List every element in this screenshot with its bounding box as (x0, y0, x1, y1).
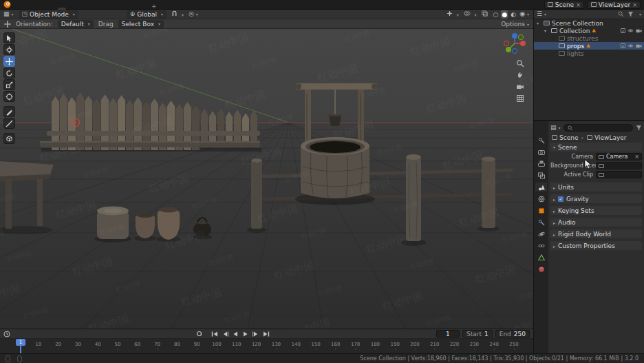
next-keyframe-button[interactable] (251, 330, 260, 338)
outliner-item-label[interactable]: Collection (559, 28, 590, 34)
outliner-options-icon[interactable] (637, 11, 641, 17)
outliner-item-label[interactable]: Scene Collection (552, 20, 603, 27)
solid-shading-icon[interactable]: ● (501, 10, 508, 19)
snap-magnet-icon[interactable] (171, 10, 184, 18)
properties-section-header[interactable]: Units (550, 183, 642, 191)
frame-end-field[interactable]: End 250 (495, 330, 530, 338)
material-shading-icon[interactable]: ◐ (510, 10, 517, 19)
properties-section-header[interactable]: Audio (550, 218, 642, 227)
current-frame-field[interactable]: 1 (436, 330, 460, 338)
editor-type-icon[interactable]: ▦ (3, 11, 14, 17)
overlays-toggle-icon[interactable] (464, 10, 477, 18)
properties-section-header[interactable]: Gravity (550, 194, 642, 203)
outliner-item-label[interactable]: lights (567, 50, 584, 57)
toggle-projection-icon[interactable] (516, 94, 524, 103)
rendered-shading-icon[interactable]: ◉ (519, 10, 530, 19)
properties-section-header[interactable]: Rigid Body World (550, 229, 642, 238)
breadcrumb-item[interactable]: Scene (552, 134, 578, 141)
outliner-item-label[interactable]: props (567, 43, 584, 50)
outliner-row[interactable]: structures (534, 34, 644, 42)
add-cube-tool[interactable] (3, 133, 15, 144)
properties-filter-icon[interactable] (636, 125, 642, 131)
xray-toggle-icon[interactable] (482, 10, 488, 18)
tab-scene[interactable] (535, 183, 547, 191)
select-box-tool[interactable] (3, 32, 15, 43)
gizmo-y-neg-axis[interactable] (518, 34, 523, 39)
properties-section-header[interactable]: Custom Properties (550, 241, 642, 250)
properties-search-input[interactable] (564, 124, 633, 132)
unlink-scene-icon[interactable] (576, 1, 581, 8)
outliner-row[interactable]: Collection (534, 27, 644, 34)
outliner-row[interactable]: lights (534, 50, 644, 57)
disable-render-icon[interactable] (636, 28, 642, 34)
outliner-editor-icon[interactable]: ☰ (537, 11, 546, 17)
remove-viewlayer-icon[interactable] (632, 1, 637, 8)
tab-constraints[interactable] (535, 241, 547, 250)
wireframe-shading-icon[interactable]: ○ (493, 10, 500, 19)
expand-arrow-icon[interactable] (544, 28, 549, 33)
properties-editor-icon[interactable]: ▤ (550, 125, 561, 131)
jump-end-button[interactable] (261, 330, 270, 338)
viewport-scene[interactable]: 红动中国 红动中国 (0, 29, 533, 329)
zoom-icon[interactable] (516, 59, 524, 68)
orientation-setting-dropdown[interactable]: Default (58, 20, 94, 28)
tab-output[interactable] (535, 159, 547, 168)
gizmo-y-axis[interactable] (506, 47, 511, 52)
outliner-row[interactable]: props (534, 42, 644, 50)
property-value-field[interactable] (596, 162, 642, 169)
pan-hand-icon[interactable] (516, 71, 524, 79)
property-value-field[interactable]: Camera (596, 153, 642, 160)
exclude-checkbox[interactable] (621, 43, 625, 48)
outliner-filter-icon[interactable] (627, 11, 634, 17)
tab-viewlayer[interactable] (535, 171, 547, 180)
breadcrumb-item[interactable]: ViewLayer (581, 134, 626, 141)
timeline-ruler[interactable]: 1 10203040506070809010011012013014015016… (0, 339, 533, 353)
gizmos-toggle-icon[interactable] (447, 10, 459, 18)
tab-modifiers[interactable] (535, 218, 547, 227)
disable-render-icon[interactable] (636, 43, 642, 49)
gizmo-x-axis[interactable] (520, 41, 526, 46)
hide-eye-icon[interactable] (627, 43, 634, 49)
gizmo-z-neg-axis[interactable] (512, 48, 517, 53)
move-tool[interactable] (3, 56, 15, 67)
mode-dropdown[interactable]: ◳ Object Mode (19, 10, 78, 19)
add-workspace-button[interactable]: + (149, 3, 160, 10)
scene-panel-header[interactable]: Scene (550, 143, 642, 152)
gizmo-z-axis[interactable] (512, 33, 517, 39)
tab-tool[interactable] (535, 136, 547, 145)
scale-tool[interactable] (3, 79, 15, 90)
blender-logo-icon[interactable] (3, 1, 11, 8)
navigation-gizmo[interactable] (502, 31, 527, 56)
hide-eye-icon[interactable] (627, 28, 634, 34)
tab-render[interactable] (535, 147, 547, 156)
timeline-editor-icon[interactable] (3, 331, 10, 338)
viewport-canvas[interactable]: 红动中国 红动中国 (0, 29, 533, 329)
camera-view-icon[interactable] (516, 83, 524, 91)
section-checkbox[interactable] (558, 196, 564, 202)
gizmo-x-neg-axis[interactable] (504, 41, 508, 45)
exclude-checkbox[interactable] (621, 28, 625, 33)
tab-object-data[interactable] (535, 253, 547, 262)
rotate-tool[interactable] (3, 68, 15, 79)
expand-arrow-icon[interactable] (537, 21, 541, 25)
prev-keyframe-button[interactable] (220, 330, 229, 338)
transform-tool[interactable] (3, 91, 15, 102)
tab-world[interactable] (535, 194, 547, 203)
tab-object[interactable] (535, 206, 547, 215)
playhead[interactable]: 1 (16, 339, 25, 353)
scene-selector[interactable]: Scene (544, 1, 584, 9)
drag-dropdown[interactable]: Select Box (118, 20, 164, 28)
cursor-tool[interactable] (3, 44, 15, 55)
proportional-editing-icon[interactable]: ◎ (189, 11, 198, 17)
transform-orientation-dropdown[interactable]: ⊕ Global (127, 10, 167, 19)
playhead-label[interactable]: 1 (16, 339, 25, 346)
property-value-field[interactable] (596, 171, 642, 178)
frame-start-field[interactable]: Start 1 (462, 330, 493, 338)
tab-physics[interactable] (535, 229, 547, 238)
autokey-button[interactable] (195, 330, 204, 338)
properties-section-header[interactable]: Keying Sets (550, 206, 642, 215)
play-reverse-button[interactable] (230, 330, 239, 338)
outliner-row[interactable]: Scene Collection (534, 19, 644, 27)
viewlayer-selector[interactable]: ViewLayer (588, 1, 641, 9)
play-button[interactable] (241, 330, 250, 338)
